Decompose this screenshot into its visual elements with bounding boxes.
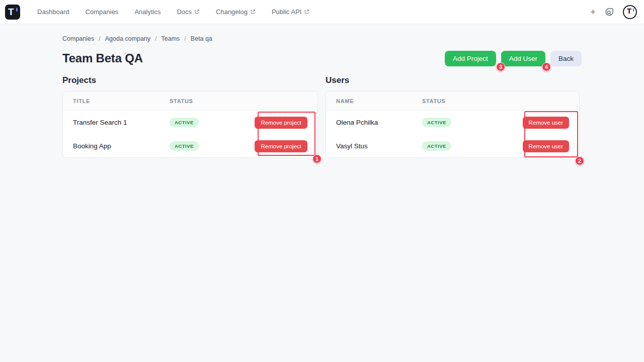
avatar-letter: T	[627, 7, 631, 15]
nav-item-companies[interactable]: Companies	[77, 0, 127, 24]
column-header-title: TITLE	[73, 98, 170, 104]
add-user-button[interactable]: Add User	[501, 51, 545, 66]
app-logo[interactable]: T	[5, 5, 20, 20]
logo-accent-mark	[16, 8, 18, 12]
nav-label: Dashboard	[37, 8, 69, 16]
external-link-icon	[194, 9, 200, 15]
search-bubble-icon[interactable]	[604, 7, 614, 17]
user-name: Vasyl Stus	[336, 142, 422, 150]
nav-item-docs[interactable]: Docs	[169, 0, 208, 24]
nav-item-public-api[interactable]: Public API	[264, 0, 317, 24]
breadcrumb-separator: /	[99, 35, 100, 42]
status-badge: ACTIVE	[170, 141, 199, 151]
nav-item-analytics[interactable]: Analytics	[126, 0, 169, 24]
back-button[interactable]: Back	[550, 51, 582, 66]
users-table-header: NAME STATUS	[326, 92, 579, 111]
main-nav: Dashboard Companies Analytics Docs Chang…	[29, 0, 317, 24]
users-section: Users NAME STATUS Olena Pchilka ACTIVE R…	[326, 75, 580, 158]
projects-section: Projects TITLE STATUS Transfer Search 1 …	[62, 75, 318, 158]
remove-user-button[interactable]: Remove user	[523, 117, 569, 129]
nav-label: Analytics	[134, 8, 160, 16]
nav-label: Companies	[86, 8, 119, 16]
project-title: Transfer Search 1	[73, 119, 170, 126]
table-row: Booking App ACTIVE Remove project	[63, 134, 317, 158]
table-row: Vasyl Stus ACTIVE Remove user	[326, 134, 579, 158]
remove-project-button[interactable]: Remove project	[255, 140, 307, 152]
external-link-icon	[304, 9, 309, 15]
page-header: Team Beta QA Add Project Add User Back	[62, 50, 582, 67]
projects-table-header: TITLE STATUS	[63, 92, 317, 111]
breadcrumb-beta-qa[interactable]: Beta qa	[191, 35, 212, 42]
breadcrumb-separator: /	[155, 35, 156, 42]
column-header-status: STATUS	[422, 98, 446, 104]
table-row: Transfer Search 1 ACTIVE Remove project	[63, 111, 317, 134]
add-project-button[interactable]: Add Project	[445, 51, 496, 66]
users-table: NAME STATUS Olena Pchilka ACTIVE Remove …	[326, 91, 580, 158]
plus-icon[interactable]: +	[590, 7, 596, 17]
breadcrumb: Companies / Agoda company / Teams / Beta…	[62, 35, 582, 42]
logo-letter: T	[8, 6, 14, 18]
status-badge: ACTIVE	[422, 141, 451, 151]
status-badge: ACTIVE	[170, 118, 199, 127]
breadcrumb-companies[interactable]: Companies	[62, 35, 94, 42]
page-content: Companies / Agoda company / Teams / Beta…	[0, 24, 644, 158]
status-badge: ACTIVE	[422, 118, 451, 127]
two-column-layout: Projects TITLE STATUS Transfer Search 1 …	[62, 75, 582, 158]
breadcrumb-agoda-company[interactable]: Agoda company	[105, 35, 150, 42]
projects-table: TITLE STATUS Transfer Search 1 ACTIVE Re…	[62, 91, 318, 158]
breadcrumb-teams[interactable]: Teams	[162, 35, 180, 42]
user-avatar[interactable]: T	[623, 5, 637, 19]
nav-label: Public API	[272, 8, 301, 16]
external-link-icon	[250, 9, 256, 15]
remove-project-button[interactable]: Remove project	[255, 117, 307, 129]
nav-label: Docs	[177, 8, 192, 16]
top-navigation-bar: T Dashboard Companies Analytics Docs Cha…	[0, 0, 644, 24]
column-header-status: STATUS	[170, 98, 193, 104]
project-title: Booking App	[73, 142, 170, 150]
users-section-title: Users	[326, 75, 580, 85]
projects-section-title: Projects	[62, 75, 318, 85]
header-actions: Add Project Add User Back	[445, 51, 582, 66]
avatar-accent-mark	[633, 8, 634, 12]
user-name: Olena Pchilka	[336, 119, 422, 126]
breadcrumb-separator: /	[184, 35, 186, 42]
nav-item-changelog[interactable]: Changelog	[208, 0, 264, 24]
remove-user-button[interactable]: Remove user	[523, 140, 569, 152]
table-row: Olena Pchilka ACTIVE Remove user	[326, 111, 579, 134]
topbar-actions: + T	[590, 5, 637, 19]
column-header-name: NAME	[336, 98, 422, 104]
nav-label: Changelog	[216, 8, 248, 16]
nav-item-dashboard[interactable]: Dashboard	[29, 0, 77, 24]
page-title: Team Beta QA	[62, 51, 143, 65]
